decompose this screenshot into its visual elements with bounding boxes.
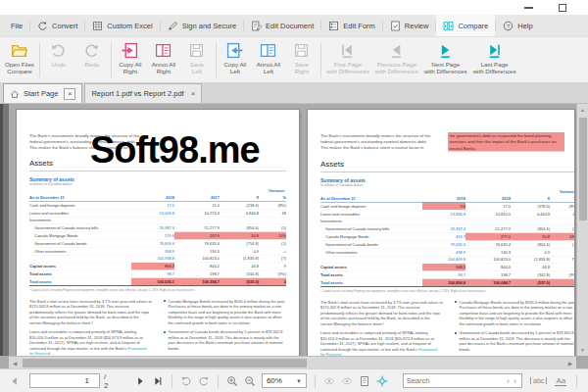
save-right-button[interactable]: SaveRight	[285, 38, 318, 81]
single-page-view-icon[interactable]	[359, 375, 370, 387]
cell-value: 10%	[259, 232, 286, 240]
toolbar-group: Open FilesCompare	[2, 38, 37, 81]
undo-button[interactable]: Undo	[42, 38, 75, 81]
button-label: Annot AllLeft	[257, 61, 280, 75]
cell-value: 844.2	[174, 263, 220, 270]
vertical-scrollbar[interactable]: ▲ ▼	[576, 104, 588, 356]
tab-review[interactable]: Review	[383, 15, 436, 36]
scroll-down-icon[interactable]: ▼	[577, 344, 588, 356]
pdf-page-2[interactable]: The Bank's investments broadly mimics th…	[308, 110, 574, 362]
search-box[interactable]: ‹ ›	[403, 373, 522, 388]
column-header: As at December 31	[320, 195, 422, 202]
zoom-in-icon[interactable]	[226, 375, 238, 387]
intro-paragraph: The Bank's investments broadly mimics th…	[29, 132, 144, 151]
annot-left-icon	[260, 42, 276, 59]
copy-all-left-button[interactable]: Copy AllLeft	[219, 38, 252, 81]
row-label: Government of Canada bonds	[320, 240, 422, 248]
tab-edit-form[interactable]: Edit Form	[321, 15, 382, 36]
tab-label: File	[11, 22, 23, 30]
last-page-icon[interactable]	[152, 375, 164, 387]
search-previous-icon[interactable]: ‹	[505, 376, 512, 386]
close-start-page-icon[interactable]: ×	[64, 88, 75, 100]
convert-icon	[37, 21, 48, 31]
vertical-scrollbar-thumb[interactable]	[579, 118, 587, 220]
cell-value: 9	[259, 263, 286, 270]
horizontal-scrollbar-thumb[interactable]	[23, 359, 307, 368]
row-label: Other investments	[320, 248, 422, 256]
tab-compare[interactable]: Compare	[436, 15, 495, 36]
redo-button[interactable]: Redo	[75, 38, 109, 81]
row-label: Loans and receivables	[29, 209, 131, 217]
divider	[29, 172, 286, 172]
last-page-with-differences-button[interactable]: Last Pagewith Differences	[470, 38, 519, 81]
last-icon	[486, 42, 503, 59]
synchronous-scrolling-icon[interactable]	[376, 375, 388, 387]
table-row: Investments:	[29, 217, 286, 224]
cell-value: (854.6)	[511, 240, 550, 248]
fit-width-icon[interactable]	[323, 375, 335, 387]
cell-value: 9.8	[422, 202, 466, 210]
previous-page-with-differences-button[interactable]: Previous Pagewith Differences	[372, 38, 421, 81]
zoom-out-icon[interactable]	[244, 375, 256, 387]
first-page-with-differences-button[interactable]: First Pagewith Differences	[323, 38, 372, 81]
row-label: Canada Mortgage Bonds	[29, 232, 131, 240]
doc-tab-start-page[interactable]: Start Page×	[3, 83, 82, 103]
table-row: Total assets98.7198.7(342.8)(9%)	[320, 271, 574, 279]
svg-text:?: ?	[507, 23, 511, 28]
search-next-icon[interactable]: ›	[512, 376, 518, 386]
framework-link[interactable]: Framework for Financial	[29, 346, 147, 356]
cell-value: 48	[259, 209, 286, 217]
toolbar-group: Copy AllRightAnnot AllRightSaveLeft	[114, 38, 214, 81]
save-left-button[interactable]: SaveLeft	[180, 38, 214, 81]
document-tab-bar: Start Page×Report 1.pdf vs Report 2.pdf×	[0, 83, 588, 104]
horizontal-scrollbar[interactable]: ◀ ▶	[9, 356, 576, 368]
tab-sign-and-secure[interactable]: Sign and Secure	[161, 15, 243, 36]
cell-value: (1)	[259, 239, 286, 247]
copy-all-right-button[interactable]: Copy AllRight	[114, 38, 147, 81]
previous-page-icon[interactable]	[9, 375, 21, 387]
button-label: SaveLeft	[190, 61, 204, 75]
tab-file[interactable]: File	[4, 15, 29, 36]
window-minimize-button[interactable]	[524, 7, 533, 9]
window-maximize-button[interactable]	[559, 4, 566, 12]
table-row: Government of Canada treasury bills26,38…	[29, 224, 286, 232]
close-report-tab-icon[interactable]: ×	[191, 89, 196, 98]
assets-heading: Assets	[29, 159, 286, 168]
cell-value: (342.8)	[511, 271, 550, 279]
scroll-left-icon[interactable]: ◀	[9, 360, 21, 367]
match-case-toggle[interactable]: Aa	[555, 376, 566, 386]
navigation-panel-strip[interactable]	[0, 104, 9, 356]
body-columns: The Bank's total assets have increased b…	[320, 299, 574, 361]
cell-value: 98.7	[422, 271, 466, 279]
pdf-page-1[interactable]: The Bank's investments broadly mimics th…	[17, 110, 299, 362]
tab-convert[interactable]: Convert	[30, 15, 84, 36]
search-input[interactable]	[407, 376, 505, 385]
rotate-cw-icon[interactable]	[198, 375, 210, 387]
next-page-icon[interactable]	[134, 375, 146, 387]
next-page-with-differences-button[interactable]: Next Pagewith Differences	[421, 38, 470, 81]
annot-all-left-button[interactable]: Annot AllLeft	[252, 38, 285, 81]
whole-word-toggle[interactable]: abc	[530, 377, 547, 384]
cell-value: 2	[259, 277, 286, 285]
cell-value: (754.8)	[220, 239, 259, 247]
paragraph: The Bank's total assets have increased b…	[29, 298, 152, 325]
button-label: Redo	[85, 61, 100, 68]
rotate-ccw-icon[interactable]	[180, 375, 192, 387]
zoom-level-dropdown[interactable]: 60% ▼	[262, 373, 307, 388]
bullet-item: Canada Mortgage Bonds increased by $565.…	[164, 298, 286, 325]
cell-value: 277.0	[466, 233, 511, 241]
doc-tab-report-compare[interactable]: Report 1.pdf vs Report 2.pdf×	[84, 83, 202, 103]
tab-edit-document[interactable]: Edit Document	[244, 15, 320, 36]
cell-value: 66.8	[511, 264, 550, 271]
scroll-right-icon[interactable]: ▶	[564, 360, 576, 367]
tab-custom-excel[interactable]: Custom Excel	[85, 15, 159, 36]
annot-all-right-button[interactable]: Annot AllRight	[147, 38, 180, 81]
scroll-up-icon[interactable]: ▲	[577, 104, 588, 116]
fit-page-icon[interactable]	[341, 375, 353, 387]
tab-label: Convert	[52, 22, 77, 30]
open-files-compare-button[interactable]: Open FilesCompare	[2, 38, 37, 81]
button-label: Next Pagewith Differences	[424, 61, 467, 75]
tab-help[interactable]: ?Help	[496, 15, 539, 36]
cell-value	[511, 218, 550, 225]
page-number-input[interactable]	[29, 373, 100, 388]
